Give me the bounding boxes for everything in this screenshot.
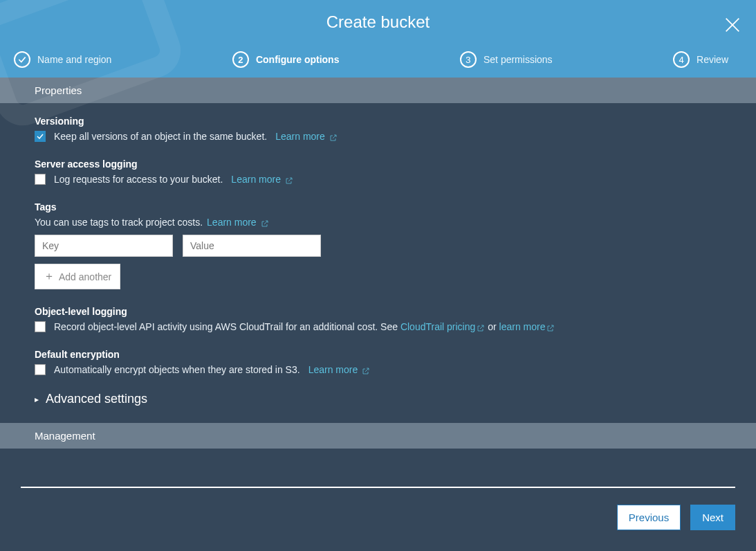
tags-title: Tags [35, 201, 721, 213]
step-label: Set permissions [483, 54, 553, 65]
step-label: Name and region [37, 54, 111, 65]
external-link-icon [362, 366, 370, 374]
wizard-steps: Name and region 2 Configure options 3 Se… [0, 32, 756, 78]
next-button[interactable]: Next [690, 505, 735, 530]
logging-checkbox[interactable] [35, 174, 46, 185]
external-link-icon [261, 219, 269, 227]
step-number-icon: 3 [460, 51, 477, 68]
previous-button[interactable]: Previous [617, 505, 681, 530]
advanced-settings-toggle[interactable]: ▸ Advanced settings [35, 392, 721, 406]
close-icon[interactable] [723, 15, 742, 35]
encryption-learn-more-link[interactable]: Learn more [308, 364, 370, 375]
external-link-icon [285, 176, 293, 184]
step-review[interactable]: 4 Review [673, 51, 728, 68]
versioning-learn-more-link[interactable]: Learn more [275, 131, 337, 142]
tags-learn-more-link[interactable]: Learn more [207, 217, 268, 228]
advanced-settings-label: Advanced settings [46, 392, 147, 406]
external-link-icon [329, 133, 338, 141]
tag-value-input[interactable] [183, 235, 321, 257]
step-number-icon: 4 [673, 51, 690, 68]
encryption-title: Default encryption [35, 349, 721, 360]
step-number-icon: 2 [232, 51, 249, 68]
external-link-icon [477, 323, 485, 332]
object-logging-checkbox[interactable] [35, 321, 46, 332]
object-logging-learn-more-link[interactable]: learn more [499, 321, 555, 332]
caret-right-icon: ▸ [35, 395, 39, 404]
add-another-button[interactable]: ＋ Add another [35, 264, 120, 289]
logging-option: Server access logging Log requests for a… [35, 159, 721, 185]
create-bucket-modal: Create bucket Name and region 2 Configur… [0, 0, 756, 551]
add-another-label: Add another [59, 271, 111, 282]
tags-option: Tags You can use tags to track project c… [35, 201, 721, 289]
cloudtrail-pricing-link[interactable]: CloudTrail pricing [400, 321, 485, 332]
versioning-label: Keep all versions of an object in the sa… [54, 131, 267, 142]
object-logging-title: Object-level logging [35, 306, 721, 317]
tag-key-input[interactable] [35, 235, 173, 257]
logging-learn-more-link[interactable]: Learn more [231, 174, 293, 185]
object-logging-label: Record object-level API activity using A… [54, 321, 555, 332]
modal-header: Create bucket Name and region 2 Configur… [0, 0, 756, 78]
encryption-label: Automatically encrypt objects when they … [54, 364, 300, 375]
properties-body: Versioning Keep all versions of an objec… [0, 103, 756, 423]
modal-title: Create bucket [0, 12, 756, 32]
versioning-title: Versioning [35, 116, 721, 127]
check-icon [14, 51, 30, 68]
plus-icon: ＋ [44, 269, 55, 284]
section-header-properties: Properties [0, 78, 756, 103]
logging-label: Log requests for access to your bucket. [54, 174, 223, 185]
versioning-option: Versioning Keep all versions of an objec… [35, 116, 721, 142]
logging-title: Server access logging [35, 159, 721, 170]
step-label: Configure options [256, 54, 340, 65]
step-configure-options[interactable]: 2 Configure options [232, 51, 340, 68]
external-link-icon [546, 323, 555, 332]
tags-description: You can use tags to track project costs. [35, 217, 203, 228]
step-label: Review [697, 54, 728, 65]
section-header-management: Management [0, 423, 756, 449]
object-logging-option: Object-level logging Record object-level… [35, 306, 721, 332]
encryption-option: Default encryption Automatically encrypt… [35, 349, 721, 375]
encryption-checkbox[interactable] [35, 364, 46, 375]
versioning-checkbox[interactable] [35, 131, 46, 142]
content-scroll[interactable]: Properties Versioning Keep all versions … [0, 78, 756, 487]
step-set-permissions[interactable]: 3 Set permissions [460, 51, 553, 68]
step-name-and-region[interactable]: Name and region [14, 51, 111, 68]
modal-footer: Previous Next [0, 505, 756, 551]
footer-divider [21, 487, 735, 488]
